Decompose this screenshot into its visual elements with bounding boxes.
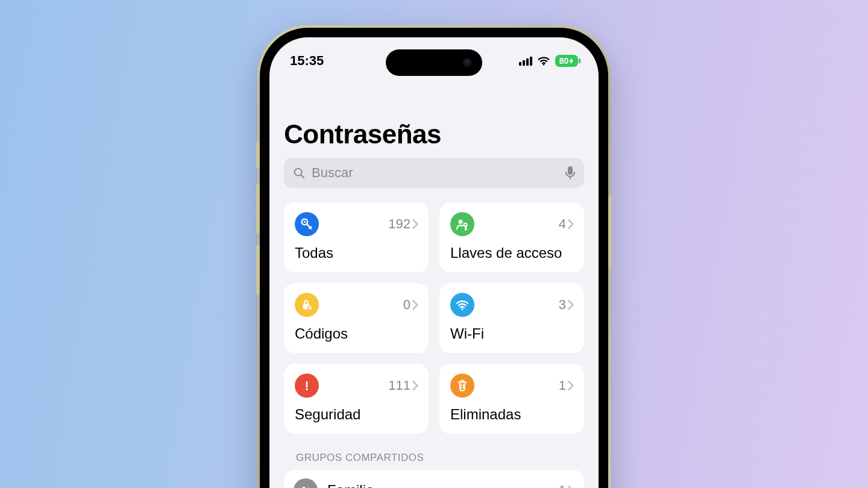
search-icon [292, 166, 306, 180]
tile-all-label: Todas [295, 245, 419, 261]
screen: 15:35 80 Contraseñas [269, 37, 599, 488]
tile-security[interactable]: 111 Seguridad [284, 364, 429, 434]
alert-icon [295, 374, 319, 398]
tile-codes-count: 0 [403, 297, 410, 313]
key-icon [295, 212, 319, 236]
group-icon [294, 478, 318, 488]
phone-volume-down [256, 245, 260, 295]
chevron-right-icon [567, 380, 574, 391]
trash-icon [450, 374, 474, 398]
tile-passkeys[interactable]: 4 Llaves de acceso [439, 202, 584, 272]
chevron-right-icon [412, 299, 419, 310]
status-time: 15:35 [290, 53, 324, 69]
tile-codes-label: Códigos [295, 325, 419, 342]
tile-wifi[interactable]: 3 Wi-Fi [439, 283, 584, 353]
phone-power-button [608, 196, 612, 269]
tile-wifi-count: 3 [559, 297, 566, 313]
passkey-icon [450, 212, 474, 236]
lock-icon [295, 293, 319, 317]
list-item-family[interactable]: Familia 1 [284, 470, 584, 488]
wifi-status-icon [537, 56, 550, 66]
list-item-family-label: Familia [327, 482, 549, 488]
wifi-icon [450, 293, 474, 317]
tile-wifi-label: Wi-Fi [450, 325, 574, 342]
page-title: Contraseñas [284, 119, 584, 149]
svg-point-10 [461, 308, 463, 310]
microphone-icon[interactable] [565, 166, 576, 180]
list-item-family-count: 1 [559, 483, 566, 488]
svg-rect-2 [568, 166, 573, 175]
cellular-icon [519, 56, 532, 66]
shared-groups-list: Familia 1 [284, 470, 584, 488]
tile-codes[interactable]: 0 Códigos [284, 283, 429, 353]
chevron-right-icon [412, 380, 419, 391]
tile-security-label: Seguridad [295, 406, 419, 423]
chevron-right-icon [412, 219, 419, 230]
phone-volume-up [256, 183, 260, 234]
categories-grid: 192 Todas 4 [284, 202, 584, 434]
svg-point-12 [306, 388, 307, 390]
tile-all-count: 192 [388, 216, 410, 232]
phone-frame: 15:35 80 Contraseñas [260, 28, 608, 488]
battery-indicator: 80 [555, 55, 578, 67]
phone-silent-switch [256, 142, 260, 169]
tile-passkeys-count: 4 [559, 216, 566, 232]
tile-deleted-label: Eliminadas [450, 406, 574, 423]
tile-all[interactable]: 192 Todas [284, 202, 429, 272]
battery-level: 80 [559, 56, 569, 66]
section-shared-groups-header: GRUPOS COMPARTIDOS [284, 452, 584, 464]
search-input[interactable] [312, 165, 559, 181]
tile-security-count: 111 [388, 378, 410, 393]
search-field[interactable] [284, 158, 584, 188]
dynamic-island [386, 49, 482, 76]
chevron-right-icon [567, 219, 574, 230]
tile-deleted[interactable]: 1 Eliminadas [439, 364, 584, 434]
tile-deleted-count: 1 [559, 378, 566, 393]
chevron-right-icon [567, 299, 574, 310]
svg-point-6 [458, 219, 462, 224]
chevron-right-icon [567, 485, 574, 488]
svg-line-1 [301, 175, 304, 178]
svg-point-5 [304, 221, 306, 223]
tile-passkeys-label: Llaves de acceso [450, 245, 574, 261]
